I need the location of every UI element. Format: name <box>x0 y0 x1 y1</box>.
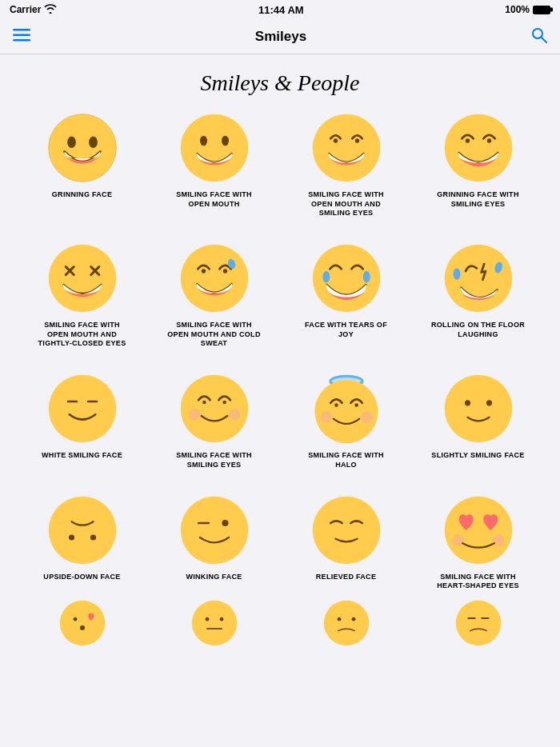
svg-point-27 <box>312 245 380 313</box>
emoji-item-bottom4[interactable] <box>412 599 544 647</box>
status-time: 11:44 AM <box>258 4 304 16</box>
svg-point-58 <box>444 496 512 564</box>
halo-emoji <box>310 373 382 445</box>
emoji-grid: GRINNING FACE SMILING FACE WITH OPEN MOU… <box>0 104 560 599</box>
svg-point-15 <box>444 114 512 182</box>
bottom-emoji-1 <box>58 599 106 647</box>
svg-point-36 <box>180 375 248 443</box>
status-right: 100% <box>505 4 550 15</box>
bottom-emoji-2 <box>190 599 238 647</box>
svg-point-9 <box>180 114 248 182</box>
svg-point-8 <box>89 137 98 148</box>
emoji-item-bottom1[interactable] <box>16 599 148 647</box>
grinning-smiling-eyes-emoji <box>442 112 514 184</box>
emoji-label: SMILING FACE WITH OPEN MOUTH <box>166 190 262 209</box>
emoji-item-smiling-open[interactable]: SMILING FACE WITH OPEN MOUTH <box>148 112 280 218</box>
svg-rect-2 <box>13 39 30 42</box>
emoji-item-halo[interactable]: SMILING FACE WITH HALO <box>280 373 412 469</box>
emoji-item-white-smiling[interactable]: WHITE SMILING FACE <box>16 373 148 469</box>
svg-point-71 <box>455 601 500 645</box>
emoji-item-grinning[interactable]: GRINNING FACE <box>16 112 148 218</box>
svg-point-10 <box>200 136 207 146</box>
emoji-item-bottom3[interactable] <box>280 599 412 647</box>
svg-point-3 <box>533 29 542 38</box>
svg-point-60 <box>493 534 504 545</box>
svg-point-69 <box>337 617 341 621</box>
emoji-label: SMILING FACE WITH SMILING EYES <box>166 451 262 469</box>
white-smiling-emoji <box>46 373 118 445</box>
svg-rect-1 <box>13 34 30 37</box>
menu-button[interactable] <box>13 27 30 46</box>
emoji-label: GRINNING FACE WITH SMILING EYES <box>430 190 526 209</box>
svg-point-46 <box>320 412 331 423</box>
tears-of-joy-emoji <box>310 242 382 314</box>
svg-point-53 <box>90 534 95 540</box>
emoji-item-slightly-smiling[interactable]: SLIGHTLY SMILING FACE <box>412 373 544 469</box>
svg-point-50 <box>486 400 491 405</box>
svg-point-52 <box>68 534 74 540</box>
status-left: Carrier <box>10 4 57 16</box>
search-button[interactable] <box>531 27 547 46</box>
emoji-item-upside-down[interactable]: UPSIDE-DOWN FACE <box>16 494 148 591</box>
emoji-label: UPSIDE-DOWN FACE <box>43 573 120 582</box>
wifi-icon <box>44 4 57 16</box>
carrier-label: Carrier <box>10 4 41 15</box>
svg-point-23 <box>180 245 248 313</box>
emoji-label: ROLLING ON THE FLOOR LAUGHING <box>430 321 526 339</box>
battery-percent: 100% <box>505 4 530 15</box>
nav-title: Smileys <box>255 29 306 45</box>
smiling-tightly-closed-emoji <box>46 242 118 314</box>
emoji-label: SMILING FACE WITH OPEN MOUTH AND SMILING… <box>298 190 394 218</box>
svg-point-25 <box>222 269 226 273</box>
emoji-item-cold-sweat[interactable]: SMILING FACE WITH OPEN MOUTH AND COLD SW… <box>148 242 280 349</box>
svg-point-49 <box>464 400 470 405</box>
emoji-label: WINKING FACE <box>186 573 242 582</box>
svg-point-65 <box>205 617 209 621</box>
page-title: Smileys & People <box>0 54 560 104</box>
svg-point-66 <box>219 617 223 621</box>
smiling-open-mouth-emoji <box>178 112 250 184</box>
svg-point-68 <box>323 601 368 645</box>
svg-point-54 <box>180 496 248 564</box>
smiling-open-smiling-eyes-emoji <box>310 112 382 184</box>
svg-point-33 <box>48 375 116 443</box>
emoji-item-relieved[interactable]: RELIEVED FACE <box>280 494 412 591</box>
svg-point-40 <box>229 409 240 420</box>
svg-point-18 <box>48 245 116 313</box>
emoji-item-smiling-eyes[interactable]: SMILING FACE WITH SMILING EYES <box>148 373 280 469</box>
svg-point-48 <box>444 375 512 443</box>
emoji-item-winking[interactable]: WINKING FACE <box>148 494 280 591</box>
svg-point-45 <box>354 403 358 407</box>
emoji-label: SMILING FACE WITH HEART-SHAPED EYES <box>430 573 526 591</box>
svg-point-64 <box>191 601 236 645</box>
emoji-item-heart-eyes[interactable]: SMILING FACE WITH HEART-SHAPED EYES <box>412 494 544 591</box>
bottom-emoji-3 <box>322 599 370 647</box>
emoji-item-rolling-laugh[interactable]: ROLLING ON THE FLOOR LAUGHING <box>412 242 544 349</box>
emoji-label: GRINNING FACE <box>52 190 112 200</box>
emoji-item-bottom2[interactable] <box>148 599 280 647</box>
svg-point-57 <box>312 496 380 564</box>
rolling-laugh-emoji <box>442 242 514 314</box>
status-bar: Carrier 11:44 AM 100% <box>0 0 560 19</box>
svg-point-7 <box>67 137 76 148</box>
svg-point-38 <box>222 401 226 405</box>
smiling-eyes-emoji <box>178 373 250 445</box>
svg-point-13 <box>333 138 337 142</box>
svg-point-56 <box>222 519 228 525</box>
svg-rect-0 <box>13 29 30 31</box>
svg-point-70 <box>351 617 355 621</box>
svg-point-12 <box>312 114 380 182</box>
svg-point-24 <box>201 269 205 273</box>
emoji-label: SMILING FACE WITH HALO <box>298 451 394 469</box>
emoji-item-xd[interactable]: SMILING FACE WITH OPEN MOUTH AND TIGHTLY… <box>16 242 148 349</box>
svg-point-11 <box>222 136 229 146</box>
emoji-label: WHITE SMILING FACE <box>42 451 122 461</box>
winking-emoji <box>178 494 250 566</box>
emoji-item-smiling-open-eyes[interactable]: SMILING FACE WITH OPEN MOUTH AND SMILING… <box>280 112 412 218</box>
emoji-item-grinning-smiling[interactable]: GRINNING FACE WITH SMILING EYES <box>412 112 544 218</box>
svg-point-47 <box>361 412 372 423</box>
emoji-label: SMILING FACE WITH OPEN MOUTH AND COLD SW… <box>166 321 262 349</box>
emoji-item-tears-joy[interactable]: FACE WITH TEARS OF JOY <box>280 242 412 349</box>
svg-point-17 <box>486 138 490 142</box>
svg-point-61 <box>59 601 104 645</box>
